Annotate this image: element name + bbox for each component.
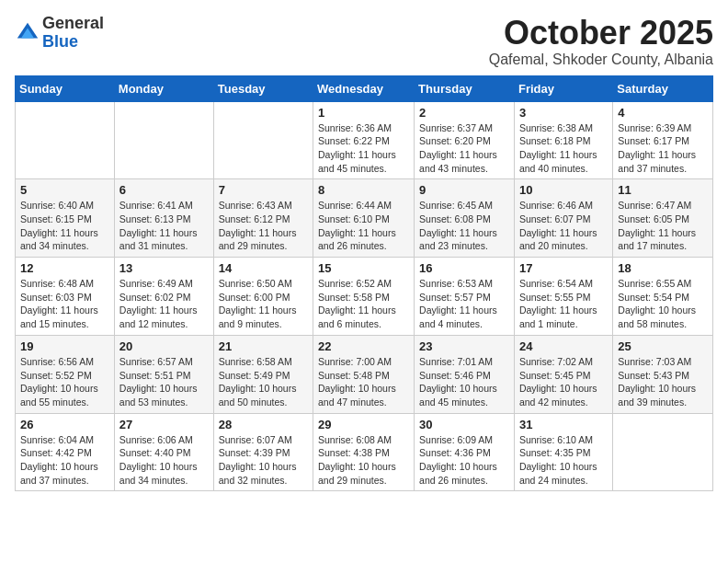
day-number: 13 [119,261,209,275]
sunset-label: Sunset: 6:02 PM [119,292,191,303]
day-number: 5 [20,183,109,197]
weekday-header: Saturday [613,75,713,101]
day-number: 10 [519,183,608,197]
sunset-label: Sunset: 5:52 PM [20,370,92,381]
daylight-label: Daylight: 10 hours and 47 minutes. [318,383,396,408]
sunrise-label: Sunrise: 6:53 AM [419,278,493,289]
day-info: Sunrise: 6:36 AMSunset: 6:22 PMDaylight:… [318,121,409,176]
calendar-cell [114,101,213,179]
sunset-label: Sunset: 5:57 PM [419,292,491,303]
day-info: Sunrise: 6:57 AMSunset: 5:51 PMDaylight:… [119,355,209,409]
sunset-label: Sunset: 6:17 PM [618,135,689,146]
daylight-label: Daylight: 11 hours and 45 minutes. [318,149,396,174]
calendar-cell: 26Sunrise: 6:04 AMSunset: 4:42 PMDayligh… [16,413,115,491]
daylight-label: Daylight: 11 hours and 12 minutes. [119,304,198,329]
day-info: Sunrise: 6:06 AMSunset: 4:40 PMDaylight:… [119,433,209,488]
logo-icon [15,20,40,46]
daylight-label: Daylight: 10 hours and 24 minutes. [519,461,597,486]
sunset-label: Sunset: 5:54 PM [618,292,689,303]
sunset-label: Sunset: 6:10 PM [318,213,390,224]
day-info: Sunrise: 7:02 AMSunset: 5:45 PMDaylight:… [519,355,608,409]
day-info: Sunrise: 6:09 AMSunset: 4:36 PMDaylight:… [419,433,509,488]
daylight-label: Daylight: 10 hours and 29 minutes. [318,461,396,486]
daylight-label: Daylight: 11 hours and 40 minutes. [519,149,597,174]
day-info: Sunrise: 6:50 AMSunset: 6:00 PMDaylight:… [219,277,308,331]
daylight-label: Daylight: 10 hours and 26 minutes. [419,461,497,486]
sunrise-label: Sunrise: 6:58 AM [219,356,292,367]
sunrise-label: Sunrise: 6:10 AM [519,434,593,445]
day-number: 4 [618,106,708,120]
sunrise-label: Sunrise: 7:01 AM [419,356,493,367]
sunset-label: Sunset: 4:39 PM [219,447,290,458]
sunrise-label: Sunrise: 6:45 AM [419,200,493,211]
calendar-cell: 5Sunrise: 6:40 AMSunset: 6:15 PMDaylight… [16,179,115,258]
day-info: Sunrise: 7:03 AMSunset: 5:43 PMDaylight:… [618,355,708,409]
calendar-cell: 6Sunrise: 6:41 AMSunset: 6:13 PMDaylight… [114,179,213,258]
calendar-cell: 2Sunrise: 6:37 AMSunset: 6:20 PMDaylight… [415,101,515,179]
sunset-label: Sunset: 5:58 PM [318,292,390,303]
daylight-label: Daylight: 11 hours and 43 minutes. [419,149,497,174]
daylight-label: Daylight: 11 hours and 34 minutes. [20,227,98,252]
calendar-cell: 11Sunrise: 6:47 AMSunset: 6:05 PMDayligh… [613,179,713,258]
calendar-cell: 16Sunrise: 6:53 AMSunset: 5:57 PMDayligh… [415,258,515,336]
day-info: Sunrise: 6:53 AMSunset: 5:57 PMDaylight:… [419,277,509,331]
sunrise-label: Sunrise: 6:47 AM [618,200,691,211]
sunrise-label: Sunrise: 6:39 AM [618,122,691,133]
day-info: Sunrise: 6:49 AMSunset: 6:02 PMDaylight:… [119,277,209,331]
day-number: 15 [318,261,409,275]
sunrise-label: Sunrise: 6:41 AM [119,200,193,211]
sunrise-label: Sunrise: 6:40 AM [20,200,94,211]
daylight-label: Daylight: 11 hours and 20 minutes. [519,227,597,252]
calendar-cell [16,101,115,179]
weekday-header: Friday [514,75,612,101]
sunrise-label: Sunrise: 6:04 AM [20,434,94,445]
calendar-cell [213,101,313,179]
day-number: 28 [219,418,308,431]
day-info: Sunrise: 6:40 AMSunset: 6:15 PMDaylight:… [20,199,109,253]
day-number: 25 [618,339,708,353]
logo-general: General [42,15,104,33]
sunset-label: Sunset: 6:00 PM [219,292,290,303]
daylight-label: Daylight: 10 hours and 50 minutes. [219,383,297,408]
calendar-week-row: 26Sunrise: 6:04 AMSunset: 4:42 PMDayligh… [16,413,713,491]
sunrise-label: Sunrise: 6:46 AM [519,200,593,211]
sunset-label: Sunset: 6:03 PM [20,292,92,303]
sunrise-label: Sunrise: 6:49 AM [119,278,193,289]
weekday-header: Thursday [415,75,515,101]
day-number: 21 [219,339,308,353]
daylight-label: Daylight: 11 hours and 15 minutes. [20,304,98,329]
day-number: 12 [20,261,109,275]
sunset-label: Sunset: 6:20 PM [419,135,491,146]
sunset-label: Sunset: 5:45 PM [519,370,591,381]
month-title: October 2025 [489,15,713,52]
day-info: Sunrise: 6:54 AMSunset: 5:55 PMDaylight:… [519,277,608,331]
page-header: General Blue October 2025 Qafemal, Shkod… [15,15,713,68]
sunrise-label: Sunrise: 6:56 AM [20,356,94,367]
weekday-header: Sunday [16,75,115,101]
daylight-label: Daylight: 10 hours and 58 minutes. [618,304,696,329]
sunrise-label: Sunrise: 6:48 AM [20,278,94,289]
day-number: 18 [618,261,708,275]
sunset-label: Sunset: 5:51 PM [119,370,191,381]
day-info: Sunrise: 6:07 AMSunset: 4:39 PMDaylight:… [219,433,308,488]
day-info: Sunrise: 6:48 AMSunset: 6:03 PMDaylight:… [20,277,109,331]
logo-text: General Blue [42,15,104,52]
sunset-label: Sunset: 6:22 PM [318,135,390,146]
sunrise-label: Sunrise: 7:00 AM [318,356,392,367]
sunrise-label: Sunrise: 6:54 AM [519,278,593,289]
calendar-cell: 3Sunrise: 6:38 AMSunset: 6:18 PMDaylight… [514,101,612,179]
daylight-label: Daylight: 11 hours and 17 minutes. [618,227,696,252]
weekday-header: Tuesday [213,75,313,101]
calendar: SundayMondayTuesdayWednesdayThursdayFrid… [15,75,713,492]
sunrise-label: Sunrise: 6:52 AM [318,278,392,289]
calendar-cell: 29Sunrise: 6:08 AMSunset: 4:38 PMDayligh… [313,413,415,491]
day-number: 3 [519,106,608,120]
calendar-cell: 25Sunrise: 7:03 AMSunset: 5:43 PMDayligh… [613,335,713,413]
calendar-week-row: 19Sunrise: 6:56 AMSunset: 5:52 PMDayligh… [16,335,713,413]
sunrise-label: Sunrise: 6:07 AM [219,434,292,445]
sunrise-label: Sunrise: 6:55 AM [618,278,691,289]
day-number: 23 [419,339,509,353]
calendar-cell: 21Sunrise: 6:58 AMSunset: 5:49 PMDayligh… [213,335,313,413]
calendar-week-row: 12Sunrise: 6:48 AMSunset: 6:03 PMDayligh… [16,258,713,336]
day-info: Sunrise: 6:08 AMSunset: 4:38 PMDaylight:… [318,433,409,488]
